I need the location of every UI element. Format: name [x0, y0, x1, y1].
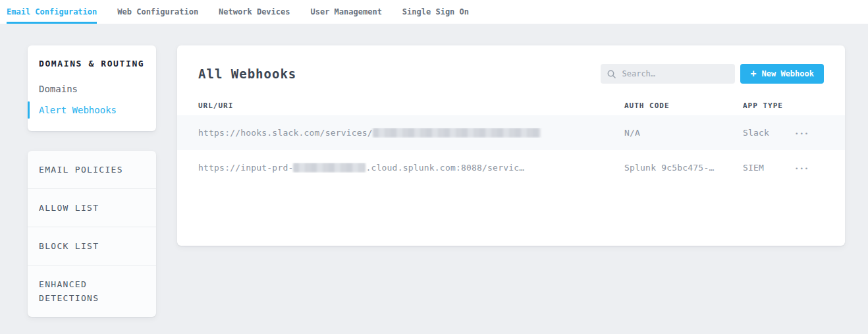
redacted-blur — [293, 163, 366, 173]
header-actions: + New Webhook — [601, 64, 824, 84]
webhooks-panel-header: All Webhooks + New Webhook — [177, 45, 845, 96]
tab-single-sign-on[interactable]: Single Sign On — [402, 0, 469, 24]
new-webhook-button[interactable]: + New Webhook — [740, 64, 824, 84]
tab-email-configuration[interactable]: Email Configuration — [7, 0, 97, 24]
tab-user-management[interactable]: User Management — [310, 0, 381, 24]
column-header-auth-code: AUTH CODE — [624, 101, 743, 110]
row-menu-icon[interactable]: ••• — [795, 164, 809, 172]
redacted-blur — [373, 128, 541, 138]
column-header-app-type: APP TYPE — [743, 101, 795, 110]
top-nav: Email Configuration Web Configuration Ne… — [0, 0, 868, 24]
new-webhook-button-label: New Webhook — [762, 69, 814, 78]
table-header-row: URL/URI AUTH CODE APP TYPE — [177, 96, 845, 115]
table-row: https://hooks.slack.com/services/ N/A Sl… — [177, 115, 845, 150]
content-area: DOMAINS & ROUTING Domains Alert Webhooks… — [0, 24, 868, 317]
domains-routing-card: DOMAINS & ROUTING Domains Alert Webhooks — [28, 45, 156, 131]
sidebar-item-email-policies[interactable]: EMAIL POLICIES — [28, 151, 156, 188]
sidebar-sections-card: EMAIL POLICIES ALLOW LIST BLOCK LIST ENH… — [28, 151, 156, 317]
sidebar: DOMAINS & ROUTING Domains Alert Webhooks… — [28, 45, 156, 317]
app-type-cell: SIEM — [743, 163, 795, 173]
column-header-url: URL/URI — [198, 101, 624, 110]
search-icon — [607, 70, 616, 78]
page-title: All Webhooks — [198, 67, 296, 81]
search-input[interactable] — [622, 69, 728, 78]
sidebar-item-enhanced-detections[interactable]: ENHANCED DETECTIONS — [28, 265, 156, 317]
webhooks-panel: All Webhooks + New Webhook URL/URI AUTH … — [177, 45, 845, 246]
sidebar-item-allow-list[interactable]: ALLOW LIST — [28, 188, 156, 227]
webhook-url-cell: https://hooks.slack.com/services/ — [198, 128, 624, 138]
sidebar-item-block-list[interactable]: BLOCK LIST — [28, 227, 156, 265]
tab-web-configuration[interactable]: Web Configuration — [117, 0, 198, 24]
app-type-cell: Slack — [743, 128, 795, 138]
sidebar-item-alert-webhooks[interactable]: Alert Webhooks — [39, 99, 145, 121]
plus-icon: + — [750, 69, 756, 79]
row-menu-icon[interactable]: ••• — [795, 129, 809, 137]
auth-code-cell: Splunk 9c5bc475-… — [624, 163, 743, 173]
auth-code-cell: N/A — [624, 128, 743, 138]
sidebar-item-domains[interactable]: Domains — [39, 78, 145, 99]
search-box — [601, 64, 735, 84]
tab-network-devices[interactable]: Network Devices — [219, 0, 290, 24]
table-row: https://input-prd-.cloud.splunk.com:8088… — [177, 150, 845, 185]
domains-routing-title: DOMAINS & ROUTING — [39, 59, 145, 69]
webhook-url-cell: https://input-prd-.cloud.splunk.com:8088… — [198, 163, 624, 173]
